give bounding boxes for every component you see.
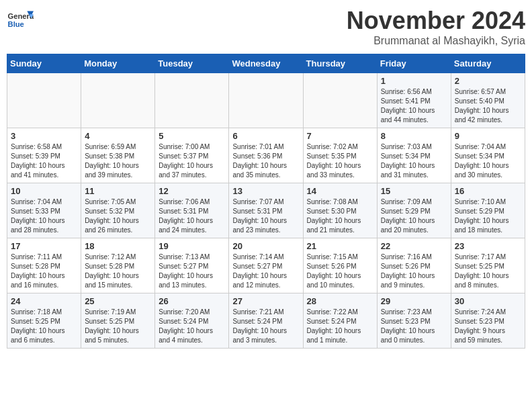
day-number: 6 — [232, 131, 299, 141]
day-info: Sunrise: 7:09 AM Sunset: 5:29 PM Dayligh… — [381, 197, 447, 235]
calendar-cell: 22Sunrise: 7:16 AM Sunset: 5:26 PM Dayli… — [377, 238, 451, 293]
column-header-tuesday: Tuesday — [155, 54, 229, 73]
day-number: 28 — [307, 296, 373, 306]
day-info: Sunrise: 7:07 AM Sunset: 5:31 PM Dayligh… — [232, 197, 299, 235]
calendar-cell: 5Sunrise: 7:00 AM Sunset: 5:37 PM Daylig… — [155, 128, 229, 183]
calendar-cell: 10Sunrise: 7:04 AM Sunset: 5:33 PM Dayli… — [7, 183, 81, 238]
day-info: Sunrise: 7:17 AM Sunset: 5:25 PM Dayligh… — [455, 253, 521, 290]
day-number: 14 — [307, 186, 373, 196]
day-info: Sunrise: 6:57 AM Sunset: 5:40 PM Dayligh… — [455, 87, 521, 125]
day-info: Sunrise: 7:16 AM Sunset: 5:26 PM Dayligh… — [381, 253, 447, 290]
calendar-cell: 14Sunrise: 7:08 AM Sunset: 5:30 PM Dayli… — [303, 183, 377, 238]
day-number: 20 — [232, 241, 299, 251]
day-info: Sunrise: 7:13 AM Sunset: 5:27 PM Dayligh… — [159, 253, 225, 290]
day-info: Sunrise: 7:04 AM Sunset: 5:34 PM Dayligh… — [455, 142, 521, 180]
calendar-cell: 13Sunrise: 7:07 AM Sunset: 5:31 PM Dayli… — [229, 183, 303, 238]
day-info: Sunrise: 7:01 AM Sunset: 5:36 PM Dayligh… — [232, 142, 299, 180]
day-info: Sunrise: 7:20 AM Sunset: 5:24 PM Dayligh… — [159, 308, 225, 345]
day-number: 16 — [455, 186, 521, 196]
day-number: 7 — [307, 131, 373, 141]
title-block: November 2024 Brummanat al Mashayikh, Sy… — [347, 7, 525, 47]
calendar-cell: 23Sunrise: 7:17 AM Sunset: 5:25 PM Dayli… — [451, 238, 525, 293]
calendar-cell: 27Sunrise: 7:21 AM Sunset: 5:24 PM Dayli… — [229, 293, 303, 349]
day-info: Sunrise: 7:23 AM Sunset: 5:23 PM Dayligh… — [381, 308, 447, 345]
day-info: Sunrise: 7:04 AM Sunset: 5:33 PM Dayligh… — [11, 197, 77, 235]
calendar-cell: 11Sunrise: 7:05 AM Sunset: 5:32 PM Dayli… — [81, 183, 155, 238]
day-number: 2 — [455, 76, 521, 86]
day-number: 21 — [307, 241, 373, 251]
column-header-sunday: Sunday — [7, 54, 81, 73]
day-number: 12 — [159, 186, 225, 196]
calendar-cell: 12Sunrise: 7:06 AM Sunset: 5:31 PM Dayli… — [155, 183, 229, 238]
day-number: 29 — [381, 296, 447, 306]
day-number: 18 — [85, 241, 151, 251]
day-number: 17 — [11, 241, 77, 251]
calendar-week-row: 3Sunrise: 6:58 AM Sunset: 5:39 PM Daylig… — [7, 128, 525, 183]
calendar-cell: 7Sunrise: 7:02 AM Sunset: 5:35 PM Daylig… — [303, 128, 377, 183]
day-number: 10 — [11, 186, 77, 196]
calendar-cell: 8Sunrise: 7:03 AM Sunset: 5:34 PM Daylig… — [377, 128, 451, 183]
day-number: 25 — [85, 296, 151, 306]
column-header-thursday: Thursday — [303, 54, 377, 73]
logo-icon: General Blue — [7, 7, 34, 34]
calendar-cell: 15Sunrise: 7:09 AM Sunset: 5:29 PM Dayli… — [377, 183, 451, 238]
day-number: 15 — [381, 186, 447, 196]
column-header-friday: Friday — [377, 54, 451, 73]
calendar-cell: 16Sunrise: 7:10 AM Sunset: 5:29 PM Dayli… — [451, 183, 525, 238]
day-number: 11 — [85, 186, 151, 196]
day-number: 8 — [381, 131, 447, 141]
svg-text:Blue: Blue — [8, 20, 24, 28]
day-info: Sunrise: 6:56 AM Sunset: 5:41 PM Dayligh… — [381, 87, 447, 125]
calendar-cell: 20Sunrise: 7:14 AM Sunset: 5:27 PM Dayli… — [229, 238, 303, 293]
day-info: Sunrise: 7:11 AM Sunset: 5:28 PM Dayligh… — [11, 253, 77, 290]
day-number: 19 — [159, 241, 225, 251]
day-info: Sunrise: 7:08 AM Sunset: 5:30 PM Dayligh… — [307, 197, 373, 235]
day-info: Sunrise: 7:12 AM Sunset: 5:28 PM Dayligh… — [85, 253, 151, 290]
day-info: Sunrise: 6:58 AM Sunset: 5:39 PM Dayligh… — [11, 142, 77, 180]
calendar-cell: 21Sunrise: 7:15 AM Sunset: 5:26 PM Dayli… — [303, 238, 377, 293]
calendar-cell: 4Sunrise: 6:59 AM Sunset: 5:38 PM Daylig… — [81, 128, 155, 183]
day-info: Sunrise: 7:10 AM Sunset: 5:29 PM Dayligh… — [455, 197, 521, 235]
column-header-saturday: Saturday — [451, 54, 525, 73]
calendar-cell: 29Sunrise: 7:23 AM Sunset: 5:23 PM Dayli… — [377, 293, 451, 349]
calendar-table: SundayMondayTuesdayWednesdayThursdayFrid… — [7, 54, 525, 349]
day-info: Sunrise: 7:06 AM Sunset: 5:31 PM Dayligh… — [159, 197, 225, 235]
location-title: Brummanat al Mashayikh, Syria — [347, 35, 525, 47]
calendar-cell: 24Sunrise: 7:18 AM Sunset: 5:25 PM Dayli… — [7, 293, 81, 349]
day-info: Sunrise: 7:03 AM Sunset: 5:34 PM Dayligh… — [381, 142, 447, 180]
calendar-cell: 9Sunrise: 7:04 AM Sunset: 5:34 PM Daylig… — [451, 128, 525, 183]
calendar-cell — [155, 73, 229, 128]
day-info: Sunrise: 7:22 AM Sunset: 5:24 PM Dayligh… — [307, 308, 373, 345]
day-info: Sunrise: 7:05 AM Sunset: 5:32 PM Dayligh… — [85, 197, 151, 235]
calendar-week-row: 10Sunrise: 7:04 AM Sunset: 5:33 PM Dayli… — [7, 183, 525, 238]
day-number: 23 — [455, 241, 521, 251]
day-info: Sunrise: 7:14 AM Sunset: 5:27 PM Dayligh… — [232, 253, 299, 290]
day-info: Sunrise: 7:24 AM Sunset: 5:23 PM Dayligh… — [455, 308, 521, 345]
day-info: Sunrise: 7:21 AM Sunset: 5:24 PM Dayligh… — [232, 308, 299, 345]
calendar-week-row: 1Sunrise: 6:56 AM Sunset: 5:41 PM Daylig… — [7, 73, 525, 128]
calendar-cell — [7, 73, 81, 128]
column-header-wednesday: Wednesday — [229, 54, 303, 73]
day-number: 1 — [381, 76, 447, 86]
day-number: 26 — [159, 296, 225, 306]
page-header: General Blue November 2024 Brummanat al … — [7, 7, 525, 47]
calendar-cell: 26Sunrise: 7:20 AM Sunset: 5:24 PM Dayli… — [155, 293, 229, 349]
calendar-cell: 1Sunrise: 6:56 AM Sunset: 5:41 PM Daylig… — [377, 73, 451, 128]
day-number: 24 — [11, 296, 77, 306]
calendar-cell: 28Sunrise: 7:22 AM Sunset: 5:24 PM Dayli… — [303, 293, 377, 349]
calendar-cell: 3Sunrise: 6:58 AM Sunset: 5:39 PM Daylig… — [7, 128, 81, 183]
calendar-cell — [229, 73, 303, 128]
calendar-week-row: 24Sunrise: 7:18 AM Sunset: 5:25 PM Dayli… — [7, 293, 525, 349]
calendar-cell: 25Sunrise: 7:19 AM Sunset: 5:25 PM Dayli… — [81, 293, 155, 349]
day-info: Sunrise: 7:00 AM Sunset: 5:37 PM Dayligh… — [159, 142, 225, 180]
day-number: 9 — [455, 131, 521, 141]
day-info: Sunrise: 7:18 AM Sunset: 5:25 PM Dayligh… — [11, 308, 77, 345]
calendar-week-row: 17Sunrise: 7:11 AM Sunset: 5:28 PM Dayli… — [7, 238, 525, 293]
calendar-cell: 30Sunrise: 7:24 AM Sunset: 5:23 PM Dayli… — [451, 293, 525, 349]
day-number: 3 — [11, 131, 77, 141]
calendar-cell — [81, 73, 155, 128]
day-info: Sunrise: 6:59 AM Sunset: 5:38 PM Dayligh… — [85, 142, 151, 180]
month-title: November 2024 — [347, 7, 525, 35]
day-info: Sunrise: 7:02 AM Sunset: 5:35 PM Dayligh… — [307, 142, 373, 180]
day-info: Sunrise: 7:15 AM Sunset: 5:26 PM Dayligh… — [307, 253, 373, 290]
